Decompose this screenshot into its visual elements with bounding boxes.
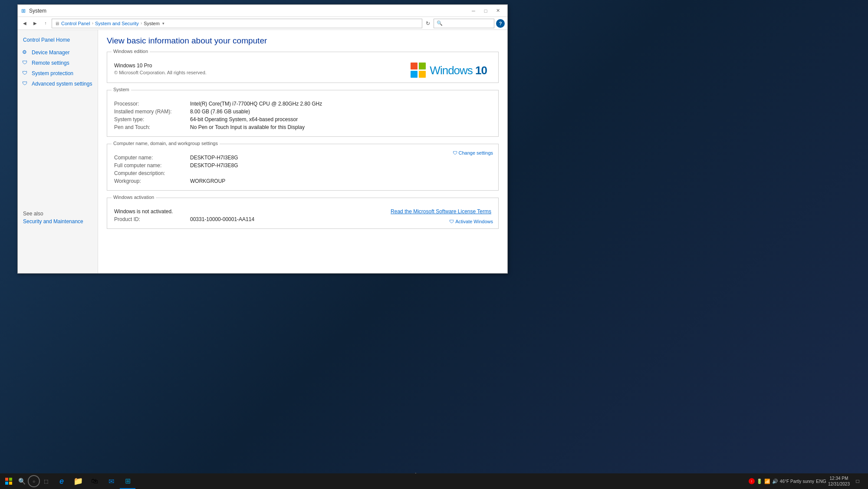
taskbar-mail-button[interactable]: ✉ [103, 473, 119, 489]
main-content-area: View basic information about your comput… [98, 30, 507, 273]
weather-temp: 46°F [780, 479, 789, 484]
ram-row: Installed memory (RAM): 8.00 GB (7.86 GB… [114, 109, 491, 115]
windows-flag-icon [411, 63, 426, 78]
action-center-icon: □ [856, 478, 859, 484]
remote-settings-icon: 🛡 [22, 59, 29, 66]
up-button[interactable]: ↑ [41, 19, 50, 28]
window-titlebar: ⊞ System ─ □ ✕ [18, 5, 507, 17]
maximize-button[interactable]: □ [480, 5, 492, 17]
window-controls: ─ □ ✕ [467, 5, 504, 17]
weather-display[interactable]: 46°F Partly sunny [780, 479, 814, 484]
security-maintenance-link[interactable]: Security and Maintenance [23, 218, 92, 225]
window-icon: ⊞ [21, 8, 26, 14]
volume-icon[interactable]: 🔊 [772, 479, 778, 484]
computer-name-label: Computer name: [114, 155, 190, 161]
system-section-label: System [112, 87, 131, 92]
network-icon[interactable]: 📶 [764, 479, 770, 484]
activation-status-row: Windows is not activated. Read the Micro… [114, 208, 491, 215]
windows-edition-label: Windows edition [112, 49, 150, 54]
refresh-button[interactable]: ↻ [424, 20, 432, 26]
breadcrumb-system-security[interactable]: System and Security [95, 21, 139, 26]
battery-icon[interactable]: 🔋 [756, 479, 763, 484]
sidebar-item-advanced-system-settings[interactable]: 🛡 Advanced system settings [18, 79, 98, 89]
sidebar-home-link[interactable]: Control Panel Home [18, 34, 98, 47]
computer-name-value: DESKTOP-H7I3E8G [190, 155, 491, 161]
edge-icon: e [59, 477, 64, 486]
ram-label: Installed memory (RAM): [114, 109, 190, 115]
search-bar[interactable]: 🔍 [434, 19, 494, 28]
help-button[interactable]: ? [496, 19, 505, 28]
activate-windows-link[interactable]: 🛡 Activate Windows [449, 219, 493, 224]
product-id-row: Product ID: 00331-10000-00001-AA114 [114, 216, 491, 222]
license-link[interactable]: Read the Microsoft Software License Term… [391, 208, 491, 215]
sidebar-item-remote-settings[interactable]: 🛡 Remote settings [18, 58, 98, 68]
pen-touch-label: Pen and Touch: [114, 124, 190, 130]
taskbar-pinned-apps: e 📁 🛍 ✉ ⊞ [54, 473, 135, 489]
language-indicator[interactable]: ENG [816, 479, 826, 484]
system-clock[interactable]: 12:34 PM 12/31/2023 [828, 476, 850, 487]
taskbar-tray: ! 🔋 📶 🔊 46°F Partly sunny ENG 12:34 PM 1… [746, 475, 866, 487]
processor-label: Processor: [114, 101, 190, 107]
svg-rect-3 [9, 482, 12, 485]
weather-desc: Partly sunny [790, 479, 814, 484]
workgroup-value: WORKGROUP [190, 178, 491, 184]
taskbar-system-window-button[interactable]: ⊞ [120, 473, 135, 489]
sidebar-item-system-protection[interactable]: 🛡 System protection [18, 68, 98, 79]
svg-rect-0 [5, 478, 8, 481]
breadcrumb-sep-2: › [141, 21, 142, 26]
minimize-button[interactable]: ─ [467, 5, 480, 17]
notification-badge[interactable]: ! [749, 478, 755, 484]
processor-row: Processor: Intel(R) Core(TM) i7-7700HQ C… [114, 101, 491, 107]
close-button[interactable]: ✕ [492, 5, 504, 17]
pen-touch-value: No Pen or Touch Input is available for t… [190, 124, 491, 130]
windows-logo: Windows 10 [411, 63, 487, 78]
ram-value: 8.00 GB (7.86 GB usable) [190, 109, 491, 115]
start-menu-icon [5, 478, 12, 485]
workgroup-row: Workgroup: WORKGROUP [114, 178, 491, 184]
change-settings-link[interactable]: 🛡 Change settings [453, 150, 493, 155]
taskbar-edge-button[interactable]: e [54, 473, 69, 489]
system-type-value: 64-bit Operating System, x64-based proce… [190, 116, 491, 122]
full-computer-name-value: DESKTOP-H7I3E8G [190, 162, 491, 169]
address-chevron-icon[interactable]: ▾ [162, 21, 164, 26]
page-title: View basic information about your comput… [107, 36, 499, 46]
activate-icon: 🛡 [449, 219, 454, 224]
action-center-button[interactable]: □ [852, 475, 864, 487]
sidebar-item-label-advanced: Advanced system settings [32, 81, 92, 87]
taskbar-store-button[interactable]: 🛍 [87, 473, 102, 489]
window-toolbar: ◀ ▶ ↑ 🖥 Control Panel › System and Secur… [18, 17, 507, 30]
advanced-settings-icon: 🛡 [22, 80, 29, 87]
mail-icon: ✉ [108, 477, 114, 486]
forward-button[interactable]: ▶ [31, 19, 39, 28]
task-view-button[interactable]: ⬚ [40, 475, 52, 487]
window-title: System [27, 8, 467, 14]
computer-desc-value [190, 170, 491, 176]
computer-desc-label: Computer description: [114, 170, 190, 176]
svg-rect-1 [9, 478, 12, 481]
window-content: Control Panel Home ⚙ Device Manager 🛡 Re… [18, 30, 507, 273]
system-section: System Processor: Intel(R) Core(TM) i7-7… [107, 90, 499, 137]
cortana-button[interactable]: ○ [28, 475, 40, 487]
windows-logo-text: Windows 10 [430, 64, 487, 77]
file-explorer-icon: 📁 [73, 476, 83, 486]
taskbar: 🔍 ○ ⬚ e 📁 🛍 ✉ [0, 473, 868, 489]
breadcrumb-system: System [144, 21, 160, 26]
taskbar-search-button[interactable]: 🔍 [16, 475, 28, 487]
clock-date: 12/31/2023 [828, 481, 850, 487]
computer-name-row: Computer name: DESKTOP-H7I3E8G [114, 155, 491, 161]
breadcrumb-control-panel[interactable]: Control Panel [61, 21, 90, 26]
store-icon: 🛍 [91, 477, 98, 485]
back-button[interactable]: ◀ [20, 19, 29, 28]
edition-copyright: © Microsoft Corporation. All rights rese… [114, 70, 207, 75]
product-id-label: Product ID: [114, 216, 190, 222]
sidebar-item-device-manager[interactable]: ⚙ Device Manager [18, 47, 98, 58]
activation-section-label: Windows activation [112, 195, 156, 200]
search-icon: 🔍 [437, 20, 443, 26]
workgroup-label: Workgroup: [114, 178, 190, 184]
pen-touch-row: Pen and Touch: No Pen or Touch Input is … [114, 124, 491, 130]
taskbar-explorer-button[interactable]: 📁 [70, 473, 86, 489]
start-button[interactable] [2, 474, 16, 488]
full-computer-name-label: Full computer name: [114, 162, 190, 169]
address-bar[interactable]: 🖥 Control Panel › System and Security › … [52, 19, 422, 28]
task-view-icon: ⬚ [44, 479, 48, 484]
